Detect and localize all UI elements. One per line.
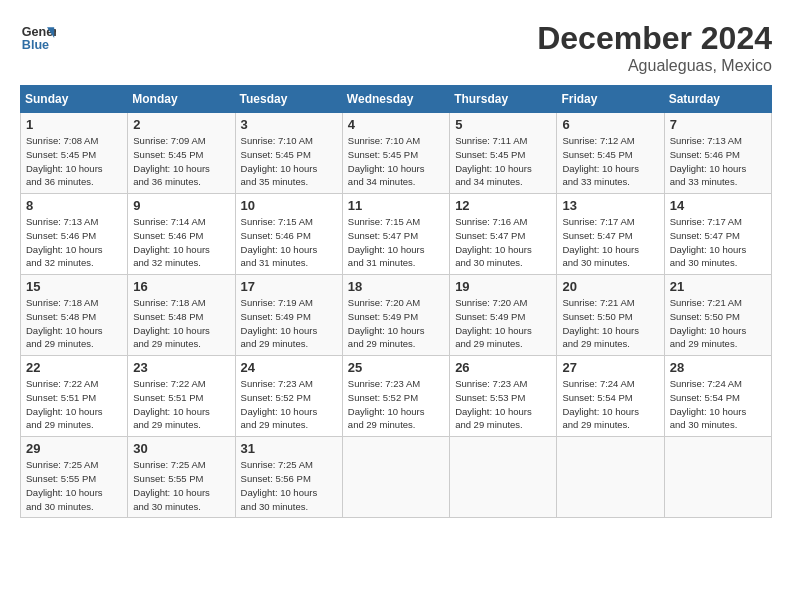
- day-info: Sunrise: 7:23 AM Sunset: 5:53 PM Dayligh…: [455, 377, 551, 432]
- day-number: 4: [348, 117, 444, 132]
- day-number: 28: [670, 360, 766, 375]
- calendar-day-cell: 19Sunrise: 7:20 AM Sunset: 5:49 PM Dayli…: [450, 275, 557, 356]
- day-number: 22: [26, 360, 122, 375]
- calendar-day-cell: [557, 437, 664, 518]
- day-number: 13: [562, 198, 658, 213]
- day-number: 15: [26, 279, 122, 294]
- calendar-day-cell: 10Sunrise: 7:15 AM Sunset: 5:46 PM Dayli…: [235, 194, 342, 275]
- day-info: Sunrise: 7:22 AM Sunset: 5:51 PM Dayligh…: [133, 377, 229, 432]
- calendar-day-cell: 5Sunrise: 7:11 AM Sunset: 5:45 PM Daylig…: [450, 113, 557, 194]
- day-info: Sunrise: 7:10 AM Sunset: 5:45 PM Dayligh…: [348, 134, 444, 189]
- calendar-week-row: 22Sunrise: 7:22 AM Sunset: 5:51 PM Dayli…: [21, 356, 772, 437]
- calendar-day-cell: 29Sunrise: 7:25 AM Sunset: 5:55 PM Dayli…: [21, 437, 128, 518]
- day-info: Sunrise: 7:17 AM Sunset: 5:47 PM Dayligh…: [670, 215, 766, 270]
- day-number: 31: [241, 441, 337, 456]
- calendar-day-cell: 16Sunrise: 7:18 AM Sunset: 5:48 PM Dayli…: [128, 275, 235, 356]
- calendar-day-cell: 31Sunrise: 7:25 AM Sunset: 5:56 PM Dayli…: [235, 437, 342, 518]
- weekday-header-row: SundayMondayTuesdayWednesdayThursdayFrid…: [21, 86, 772, 113]
- weekday-header-cell: Tuesday: [235, 86, 342, 113]
- day-number: 23: [133, 360, 229, 375]
- day-info: Sunrise: 7:13 AM Sunset: 5:46 PM Dayligh…: [26, 215, 122, 270]
- day-number: 16: [133, 279, 229, 294]
- day-number: 10: [241, 198, 337, 213]
- day-number: 2: [133, 117, 229, 132]
- day-info: Sunrise: 7:16 AM Sunset: 5:47 PM Dayligh…: [455, 215, 551, 270]
- calendar-day-cell: [450, 437, 557, 518]
- calendar-day-cell: 2Sunrise: 7:09 AM Sunset: 5:45 PM Daylig…: [128, 113, 235, 194]
- calendar-day-cell: [664, 437, 771, 518]
- calendar-day-cell: 3Sunrise: 7:10 AM Sunset: 5:45 PM Daylig…: [235, 113, 342, 194]
- day-number: 19: [455, 279, 551, 294]
- day-info: Sunrise: 7:25 AM Sunset: 5:55 PM Dayligh…: [26, 458, 122, 513]
- day-number: 5: [455, 117, 551, 132]
- day-info: Sunrise: 7:24 AM Sunset: 5:54 PM Dayligh…: [670, 377, 766, 432]
- day-info: Sunrise: 7:12 AM Sunset: 5:45 PM Dayligh…: [562, 134, 658, 189]
- day-number: 1: [26, 117, 122, 132]
- calendar-day-cell: 22Sunrise: 7:22 AM Sunset: 5:51 PM Dayli…: [21, 356, 128, 437]
- day-info: Sunrise: 7:21 AM Sunset: 5:50 PM Dayligh…: [670, 296, 766, 351]
- calendar-day-cell: 23Sunrise: 7:22 AM Sunset: 5:51 PM Dayli…: [128, 356, 235, 437]
- day-info: Sunrise: 7:24 AM Sunset: 5:54 PM Dayligh…: [562, 377, 658, 432]
- calendar-day-cell: 18Sunrise: 7:20 AM Sunset: 5:49 PM Dayli…: [342, 275, 449, 356]
- calendar-day-cell: 21Sunrise: 7:21 AM Sunset: 5:50 PM Dayli…: [664, 275, 771, 356]
- calendar-day-cell: 6Sunrise: 7:12 AM Sunset: 5:45 PM Daylig…: [557, 113, 664, 194]
- location-title: Agualeguas, Mexico: [537, 57, 772, 75]
- day-info: Sunrise: 7:14 AM Sunset: 5:46 PM Dayligh…: [133, 215, 229, 270]
- calendar-body: 1Sunrise: 7:08 AM Sunset: 5:45 PM Daylig…: [21, 113, 772, 518]
- calendar-day-cell: 11Sunrise: 7:15 AM Sunset: 5:47 PM Dayli…: [342, 194, 449, 275]
- day-info: Sunrise: 7:10 AM Sunset: 5:45 PM Dayligh…: [241, 134, 337, 189]
- calendar-day-cell: 12Sunrise: 7:16 AM Sunset: 5:47 PM Dayli…: [450, 194, 557, 275]
- calendar-day-cell: 28Sunrise: 7:24 AM Sunset: 5:54 PM Dayli…: [664, 356, 771, 437]
- weekday-header-cell: Wednesday: [342, 86, 449, 113]
- day-number: 6: [562, 117, 658, 132]
- calendar-day-cell: 14Sunrise: 7:17 AM Sunset: 5:47 PM Dayli…: [664, 194, 771, 275]
- day-info: Sunrise: 7:18 AM Sunset: 5:48 PM Dayligh…: [133, 296, 229, 351]
- day-number: 21: [670, 279, 766, 294]
- calendar-day-cell: 8Sunrise: 7:13 AM Sunset: 5:46 PM Daylig…: [21, 194, 128, 275]
- day-number: 26: [455, 360, 551, 375]
- day-info: Sunrise: 7:23 AM Sunset: 5:52 PM Dayligh…: [241, 377, 337, 432]
- day-number: 7: [670, 117, 766, 132]
- weekday-header-cell: Sunday: [21, 86, 128, 113]
- day-info: Sunrise: 7:11 AM Sunset: 5:45 PM Dayligh…: [455, 134, 551, 189]
- day-number: 14: [670, 198, 766, 213]
- calendar-day-cell: 20Sunrise: 7:21 AM Sunset: 5:50 PM Dayli…: [557, 275, 664, 356]
- calendar-day-cell: 26Sunrise: 7:23 AM Sunset: 5:53 PM Dayli…: [450, 356, 557, 437]
- day-info: Sunrise: 7:23 AM Sunset: 5:52 PM Dayligh…: [348, 377, 444, 432]
- calendar-day-cell: 15Sunrise: 7:18 AM Sunset: 5:48 PM Dayli…: [21, 275, 128, 356]
- weekday-header-cell: Friday: [557, 86, 664, 113]
- calendar-day-cell: 30Sunrise: 7:25 AM Sunset: 5:55 PM Dayli…: [128, 437, 235, 518]
- day-number: 11: [348, 198, 444, 213]
- title-area: December 2024 Agualeguas, Mexico: [537, 20, 772, 75]
- weekday-header-cell: Saturday: [664, 86, 771, 113]
- logo: General Blue: [20, 20, 56, 56]
- logo-icon: General Blue: [20, 20, 56, 56]
- calendar-week-row: 15Sunrise: 7:18 AM Sunset: 5:48 PM Dayli…: [21, 275, 772, 356]
- day-info: Sunrise: 7:15 AM Sunset: 5:47 PM Dayligh…: [348, 215, 444, 270]
- day-number: 29: [26, 441, 122, 456]
- day-number: 24: [241, 360, 337, 375]
- calendar-table: SundayMondayTuesdayWednesdayThursdayFrid…: [20, 85, 772, 518]
- calendar-week-row: 29Sunrise: 7:25 AM Sunset: 5:55 PM Dayli…: [21, 437, 772, 518]
- day-info: Sunrise: 7:19 AM Sunset: 5:49 PM Dayligh…: [241, 296, 337, 351]
- day-info: Sunrise: 7:17 AM Sunset: 5:47 PM Dayligh…: [562, 215, 658, 270]
- day-info: Sunrise: 7:15 AM Sunset: 5:46 PM Dayligh…: [241, 215, 337, 270]
- calendar-day-cell: 24Sunrise: 7:23 AM Sunset: 5:52 PM Dayli…: [235, 356, 342, 437]
- day-info: Sunrise: 7:13 AM Sunset: 5:46 PM Dayligh…: [670, 134, 766, 189]
- day-number: 8: [26, 198, 122, 213]
- day-info: Sunrise: 7:20 AM Sunset: 5:49 PM Dayligh…: [455, 296, 551, 351]
- svg-text:Blue: Blue: [22, 38, 49, 52]
- weekday-header-cell: Monday: [128, 86, 235, 113]
- day-info: Sunrise: 7:22 AM Sunset: 5:51 PM Dayligh…: [26, 377, 122, 432]
- calendar-day-cell: 27Sunrise: 7:24 AM Sunset: 5:54 PM Dayli…: [557, 356, 664, 437]
- calendar-day-cell: 17Sunrise: 7:19 AM Sunset: 5:49 PM Dayli…: [235, 275, 342, 356]
- weekday-header-cell: Thursday: [450, 86, 557, 113]
- day-number: 9: [133, 198, 229, 213]
- calendar-day-cell: 1Sunrise: 7:08 AM Sunset: 5:45 PM Daylig…: [21, 113, 128, 194]
- calendar-day-cell: [342, 437, 449, 518]
- day-number: 17: [241, 279, 337, 294]
- day-info: Sunrise: 7:09 AM Sunset: 5:45 PM Dayligh…: [133, 134, 229, 189]
- calendar-day-cell: 25Sunrise: 7:23 AM Sunset: 5:52 PM Dayli…: [342, 356, 449, 437]
- day-number: 25: [348, 360, 444, 375]
- calendar-day-cell: 9Sunrise: 7:14 AM Sunset: 5:46 PM Daylig…: [128, 194, 235, 275]
